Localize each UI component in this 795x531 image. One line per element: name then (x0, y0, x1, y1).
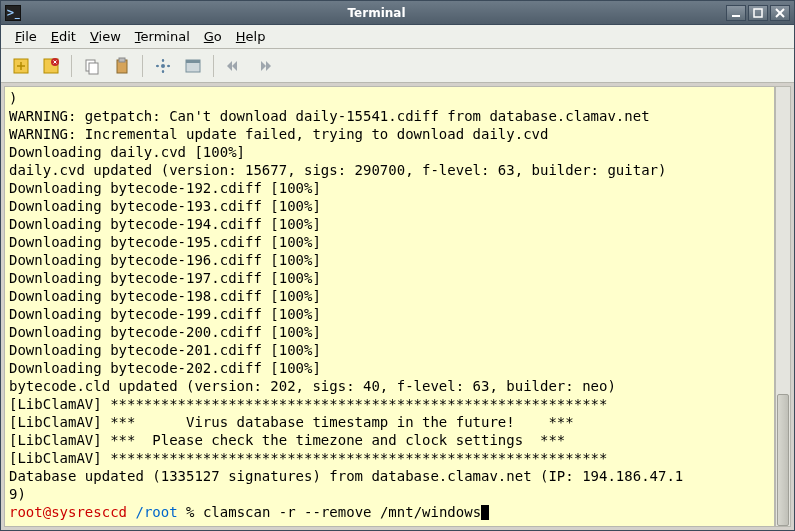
terminal-line: Downloading bytecode-197.cdiff [100%] (9, 269, 770, 287)
preferences-button[interactable] (179, 52, 207, 80)
svg-rect-10 (119, 58, 125, 62)
terminal-line: Downloading bytecode-195.cdiff [100%] (9, 233, 770, 251)
menu-view[interactable]: View (84, 26, 127, 47)
toolbar (1, 49, 794, 83)
menu-help[interactable]: Help (230, 26, 272, 47)
scrollbar-thumb[interactable] (777, 394, 789, 526)
menu-go[interactable]: Go (198, 26, 228, 47)
terminal-line: 9) (9, 485, 770, 503)
terminal-line: Downloading bytecode-194.cdiff [100%] (9, 215, 770, 233)
terminal-line: [LibClamAV] ****************************… (9, 449, 770, 467)
terminal-line: Downloading bytecode-199.cdiff [100%] (9, 305, 770, 323)
terminal-prompt-line[interactable]: root@sysresccd /root % clamscan -r --rem… (9, 503, 770, 521)
maximize-button[interactable] (748, 5, 768, 21)
terminal-line: [LibClamAV] *** Please check the timezon… (9, 431, 770, 449)
terminal-line: Downloading bytecode-196.cdiff [100%] (9, 251, 770, 269)
prompt-user-host: root@sysresccd (9, 504, 127, 520)
terminal-line: Downloading bytecode-192.cdiff [100%] (9, 179, 770, 197)
terminal-line: Downloading bytecode-198.cdiff [100%] (9, 287, 770, 305)
window-controls (726, 5, 790, 21)
terminal-line: Downloading bytecode-202.cdiff [100%] (9, 359, 770, 377)
menu-terminal[interactable]: Terminal (129, 26, 196, 47)
terminal-output[interactable]: )WARNING: getpatch: Can't download daily… (4, 86, 775, 527)
next-tab-button[interactable] (250, 52, 278, 80)
copy-button[interactable] (78, 52, 106, 80)
terminal-line: Downloading bytecode-200.cdiff [100%] (9, 323, 770, 341)
svg-rect-8 (89, 63, 98, 74)
menu-edit[interactable]: Edit (45, 26, 82, 47)
terminal-app-icon: >_ (5, 5, 21, 21)
terminal-window: >_ Terminal File Edit View Terminal Go H… (0, 0, 795, 531)
prev-tab-button[interactable] (220, 52, 248, 80)
menubar: File Edit View Terminal Go Help (1, 25, 794, 49)
prompt-command: clamscan -r --remove /mnt/windows (203, 504, 481, 520)
prompt-path: /root (135, 504, 177, 520)
toolbar-separator (213, 55, 214, 77)
prompt-symbol: % (186, 504, 194, 520)
paste-button[interactable] (108, 52, 136, 80)
terminal-line: daily.cvd updated (version: 15677, sigs:… (9, 161, 770, 179)
titlebar[interactable]: >_ Terminal (1, 1, 794, 25)
terminal-line: [LibClamAV] ****************************… (9, 395, 770, 413)
terminal-container: )WARNING: getpatch: Can't download daily… (1, 83, 794, 530)
terminal-line: bytecode.cld updated (version: 202, sigs… (9, 377, 770, 395)
menu-file[interactable]: File (9, 26, 43, 47)
terminal-line: WARNING: Incremental update failed, tryi… (9, 125, 770, 143)
svg-rect-1 (754, 9, 762, 17)
terminal-line: WARNING: getpatch: Can't download daily-… (9, 107, 770, 125)
new-tab-button[interactable] (7, 52, 35, 80)
fullscreen-button[interactable] (149, 52, 177, 80)
terminal-line: Database updated (1335127 signatures) fr… (9, 467, 770, 485)
minimize-button[interactable] (726, 5, 746, 21)
terminal-line: [LibClamAV] *** Virus database timestamp… (9, 413, 770, 431)
svg-point-11 (161, 64, 165, 68)
scrollbar[interactable] (775, 86, 791, 527)
terminal-line: Downloading bytecode-193.cdiff [100%] (9, 197, 770, 215)
close-button[interactable] (770, 5, 790, 21)
cursor (481, 505, 489, 520)
terminal-line: Downloading bytecode-201.cdiff [100%] (9, 341, 770, 359)
svg-rect-13 (186, 60, 200, 63)
window-title: Terminal (27, 6, 726, 20)
toolbar-separator (142, 55, 143, 77)
terminal-line: ) (9, 89, 770, 107)
toolbar-separator (71, 55, 72, 77)
terminal-line: Downloading daily.cvd [100%] (9, 143, 770, 161)
close-tab-button[interactable] (37, 52, 65, 80)
